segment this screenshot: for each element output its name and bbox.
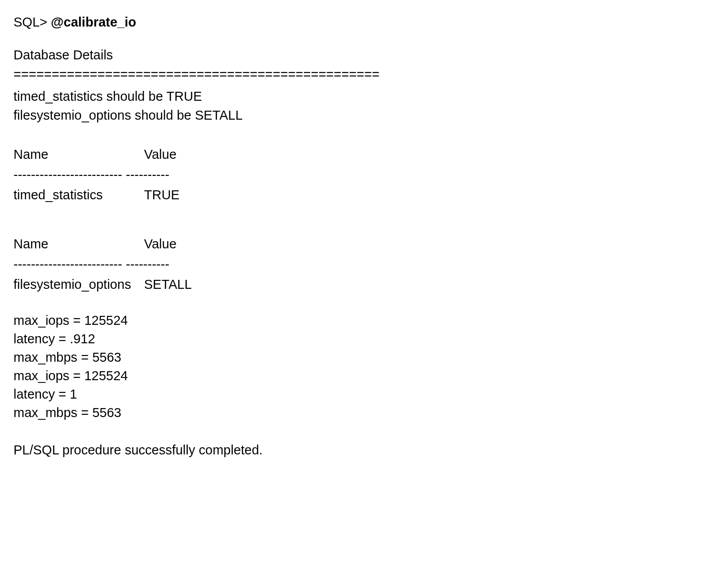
sql-prompt: SQL> bbox=[14, 15, 51, 29]
terminal-output: SQL> @calibrate_io Database Details ====… bbox=[0, 0, 728, 473]
requirement-line-2: filesystemio_options should be SETALL bbox=[14, 107, 714, 124]
completion-message: PL/SQL procedure successfully completed. bbox=[14, 441, 714, 459]
table1-row-name: timed_statistics bbox=[14, 186, 144, 204]
table1-header-name: Name bbox=[14, 146, 144, 163]
metric-latency-2: latency = 1 bbox=[14, 386, 714, 403]
section-divider: ========================================… bbox=[14, 66, 714, 83]
metric-max-mbps-2: max_mbps = 5563 bbox=[14, 404, 714, 422]
table1-header-row: Name Value bbox=[14, 146, 714, 163]
table2-header-value: Value bbox=[144, 235, 176, 253]
metrics-block: max_iops = 125524 latency = .912 max_mbp… bbox=[14, 312, 714, 422]
sql-command: @calibrate_io bbox=[51, 15, 136, 29]
table2-row-value: SETALL bbox=[144, 276, 192, 293]
table2-header-name: Name bbox=[14, 235, 144, 253]
table1-header-value: Value bbox=[144, 146, 176, 163]
table2-row-name: filesystemio_options bbox=[14, 276, 144, 293]
metric-max-iops-2: max_iops = 125524 bbox=[14, 367, 714, 385]
requirement-line-1: timed_statistics should be TRUE bbox=[14, 88, 714, 105]
table1-dashes: ------------------------- ---------- bbox=[14, 166, 714, 184]
metric-max-iops-1: max_iops = 125524 bbox=[14, 312, 714, 329]
table1-row-value: TRUE bbox=[144, 186, 180, 204]
sql-prompt-line: SQL> @calibrate_io bbox=[14, 13, 714, 31]
metric-latency-1: latency = .912 bbox=[14, 330, 714, 348]
section-title: Database Details bbox=[14, 46, 714, 64]
table2-data-row: filesystemio_options SETALL bbox=[14, 276, 714, 293]
metric-max-mbps-1: max_mbps = 5563 bbox=[14, 349, 714, 366]
table1-data-row: timed_statistics TRUE bbox=[14, 186, 714, 204]
table2-dashes: ------------------------- ---------- bbox=[14, 256, 714, 273]
table2-header-row: Name Value bbox=[14, 235, 714, 253]
